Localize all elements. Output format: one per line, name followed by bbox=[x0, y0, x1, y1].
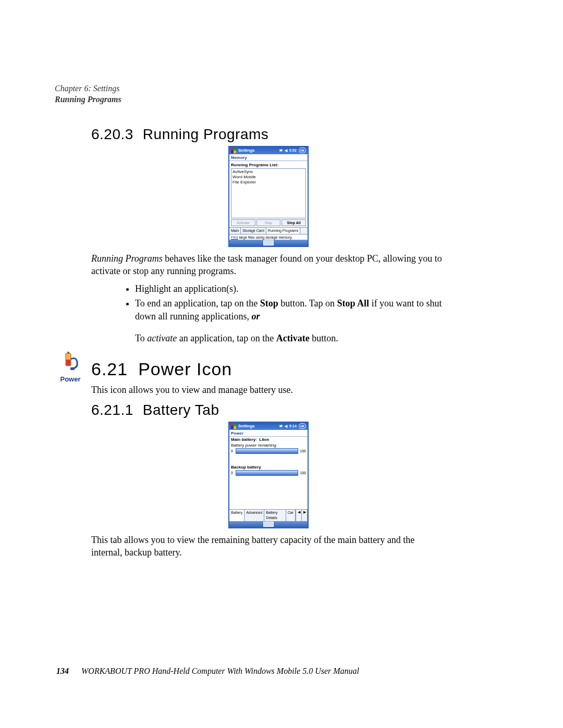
power-icon-label: Power bbox=[55, 375, 86, 383]
heading-6-21: 6.21Power Icon bbox=[91, 359, 446, 379]
heading-6-20-3: 6.20.3Running Programs bbox=[91, 126, 446, 143]
footer-text: WORKABOUT PRO Hand-Held Computer With Wi… bbox=[81, 667, 359, 675]
instruction-list: Highlight an application(s). To end an a… bbox=[91, 282, 446, 323]
start-flag-icon[interactable] bbox=[231, 424, 236, 429]
page-footer: 134 WORKABOUT PRO Hand-Held Computer Wit… bbox=[56, 667, 359, 676]
tab-advanced[interactable]: Advanced bbox=[244, 510, 264, 521]
wm-title: Settings bbox=[238, 148, 277, 153]
backup-battery-bar: 0 100 bbox=[229, 470, 308, 478]
signal-icon: ⇄ bbox=[279, 149, 283, 153]
power-gutter-icon: Power bbox=[55, 350, 86, 383]
wm-tabs: Battery Advanced Battery Details Car ◀ ▶ bbox=[229, 509, 308, 521]
progress-bar bbox=[236, 470, 298, 476]
tab-storage-card[interactable]: Storage Card bbox=[241, 228, 266, 234]
activate-button[interactable]: Activate bbox=[231, 219, 255, 226]
page-number: 134 bbox=[56, 667, 69, 675]
wm-softbar bbox=[229, 521, 308, 527]
svg-rect-1 bbox=[67, 352, 69, 353]
svg-rect-3 bbox=[70, 367, 75, 370]
running-list-label: Running Programs List: bbox=[229, 161, 308, 167]
main-battery-bar: 0 100 bbox=[229, 448, 308, 456]
running-programs-list[interactable]: ActiveSync Word Mobile File Explorer bbox=[231, 168, 306, 218]
para-battery-tab: This tab allows you to view the remainin… bbox=[91, 534, 446, 559]
subsection-line: Running Programs bbox=[55, 95, 121, 104]
find-large-files-line: Find large files using storage memory. bbox=[229, 234, 308, 240]
chapter-line: Chapter 6: Settings bbox=[55, 84, 119, 93]
page-running-header: Chapter 6: Settings Running Programs bbox=[55, 83, 508, 105]
wm-time: 5:52 bbox=[289, 149, 297, 152]
start-flag-icon[interactable] bbox=[231, 148, 236, 153]
battery-plug-icon bbox=[60, 350, 81, 371]
para-running-programs: Running Programs behaves like the task m… bbox=[91, 252, 446, 278]
backup-battery-label: Backup battery bbox=[229, 464, 308, 470]
svg-rect-2 bbox=[66, 360, 70, 365]
signal-icon: ⇄ bbox=[279, 424, 283, 428]
screenshot-power-battery: Settings ⇄ ◀ 5:14 ok Power Main battery:… bbox=[228, 422, 309, 528]
tab-scroll-right[interactable]: ▶ bbox=[302, 510, 308, 521]
wm-subhead: Power bbox=[229, 430, 308, 437]
find-link[interactable]: Find bbox=[231, 236, 238, 239]
progress-bar bbox=[236, 448, 298, 454]
tab-scroll-left[interactable]: ◀ bbox=[296, 510, 302, 521]
wm-softbar bbox=[229, 240, 308, 246]
tab-main[interactable]: Main bbox=[229, 228, 241, 234]
wm-titlebar: Settings ⇄ ◀ 5:52 ok bbox=[229, 147, 308, 154]
ok-button[interactable]: ok bbox=[299, 423, 306, 429]
tab-car[interactable]: Car bbox=[286, 510, 296, 521]
para-power-icon: This icon allows you to view and manage … bbox=[91, 384, 446, 396]
keyboard-icon[interactable] bbox=[263, 240, 274, 245]
screenshot-running-programs: Settings ⇄ ◀ 5:52 ok Memory Running Prog… bbox=[228, 146, 309, 247]
remaining-label: Battery power remaining: bbox=[229, 442, 308, 448]
bullet-highlight: Highlight an application(s). bbox=[135, 282, 446, 295]
wm-titlebar: Settings ⇄ ◀ 5:14 ok bbox=[229, 423, 308, 430]
heading-6-21-1: 6.21.1Battery Tab bbox=[91, 402, 446, 418]
stop-button[interactable]: Stop bbox=[256, 219, 281, 226]
wm-tabs: Main Storage Card Running Programs bbox=[229, 227, 308, 234]
wm-time: 5:14 bbox=[289, 424, 297, 428]
tab-battery[interactable]: Battery bbox=[229, 510, 244, 521]
wm-title: Settings bbox=[238, 424, 277, 428]
tab-scroll: ◀ ▶ bbox=[296, 510, 308, 521]
wm-subhead: Memory bbox=[229, 154, 308, 161]
bullet-stop: To end an application, tap on the Stop b… bbox=[135, 297, 446, 323]
main-battery-row: Main battery: LiIon bbox=[229, 437, 308, 442]
speaker-icon: ◀ bbox=[285, 149, 287, 153]
ok-button[interactable]: ok bbox=[299, 147, 306, 153]
list-item[interactable]: ActiveSync bbox=[232, 169, 304, 175]
tab-battery-details[interactable]: Battery Details bbox=[264, 510, 286, 521]
list-item[interactable]: File Explorer bbox=[232, 180, 304, 185]
keyboard-icon[interactable] bbox=[263, 522, 274, 527]
list-item[interactable]: Word Mobile bbox=[232, 175, 304, 180]
speaker-icon: ◀ bbox=[285, 424, 287, 428]
tab-running-programs[interactable]: Running Programs bbox=[266, 228, 300, 234]
bullet-activate-line: To activate an application, tap on the A… bbox=[135, 332, 446, 344]
stop-all-button[interactable]: Stop All bbox=[282, 219, 306, 226]
